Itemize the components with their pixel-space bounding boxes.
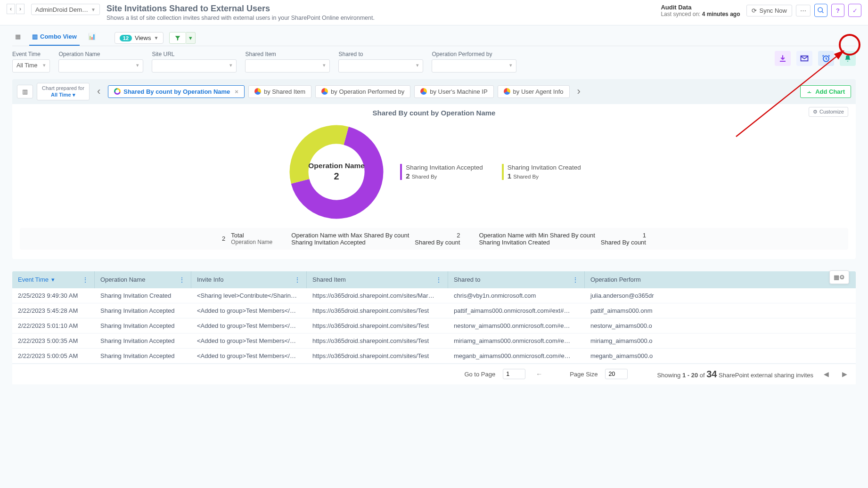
pie-chart-icon xyxy=(420,88,427,95)
mail-icon xyxy=(800,55,809,62)
table-settings-button[interactable]: ▦⚙ xyxy=(829,270,849,284)
svg-point-0 xyxy=(818,8,822,12)
table-cell: Sharing Invitation Accepted xyxy=(95,349,191,363)
search-button[interactable] xyxy=(814,4,827,17)
table-row[interactable]: 2/22/2023 5:45:28 AMSharing Invitation A… xyxy=(12,303,856,318)
email-button[interactable] xyxy=(796,51,812,66)
download-button[interactable] xyxy=(775,51,791,66)
column-menu-icon[interactable]: ⋮ xyxy=(572,276,579,284)
alert-button[interactable] xyxy=(840,51,856,66)
combo-icon: ▥ xyxy=(32,33,38,40)
schedule-button[interactable] xyxy=(818,51,834,66)
tabs-scroll-right[interactable]: › xyxy=(573,85,584,98)
table-cell: 2/22/2023 5:00:35 AM xyxy=(12,333,95,348)
chart-type-button[interactable]: ▥ xyxy=(17,85,33,98)
header-actions: ⟳ Sync Now ⋯ ? ✓ xyxy=(746,4,861,17)
table-body: 2/25/2023 9:49:30 AMSharing Invitation C… xyxy=(12,288,856,364)
chart-tab-shared-item[interactable]: by Shared Item xyxy=(248,85,311,98)
donut-center-label: Operation Name 2 xyxy=(287,122,386,221)
operation-name-select[interactable] xyxy=(58,59,143,73)
close-icon[interactable]: × xyxy=(235,88,238,95)
column-menu-icon[interactable]: ⋮ xyxy=(294,276,301,284)
tenant-dropdown[interactable]: AdminDroid Dem… ▼ xyxy=(31,4,100,15)
sync-now-button[interactable]: ⟳ Sync Now xyxy=(746,5,792,16)
sort-desc-icon: ▾ xyxy=(51,276,55,283)
filter-label: Operation Name xyxy=(58,51,143,57)
table-row[interactable]: 2/22/2023 5:01:10 AMSharing Invitation A… xyxy=(12,318,856,333)
filter-shared-item: Shared Item xyxy=(245,51,330,73)
column-event-time[interactable]: Event Time ▾ ⋮ xyxy=(12,271,95,288)
table-cell: <Sharing level>Contribute</Sharin… xyxy=(191,288,307,303)
filter-label: Operation Performed by xyxy=(432,51,516,57)
table-cell: <Added to group>Test Members</… xyxy=(191,303,307,318)
table-row[interactable]: 2/25/2023 9:49:30 AMSharing Invitation C… xyxy=(12,288,856,303)
table-cell: https://o365droid.sharepoint.com/sites/T… xyxy=(307,318,448,333)
table-cell: pattif_aimams000.onm xyxy=(585,303,856,318)
goto-page-go[interactable]: ← xyxy=(533,370,545,378)
sheet-view-tab[interactable]: ▦ xyxy=(12,30,24,46)
funnel-icon xyxy=(174,35,181,41)
stat-max-link[interactable]: Sharing Invitation Accepted xyxy=(291,239,409,246)
help-button[interactable]: ? xyxy=(831,4,844,17)
table-cell: <Added to group>Test Members</… xyxy=(191,349,307,363)
views-dropdown[interactable]: 12 Views ▼ xyxy=(115,32,164,44)
filter-dropdown-button[interactable]: ▾ xyxy=(186,32,196,44)
stat-min: Operation Name with Min Shared By count … xyxy=(479,232,646,246)
next-page-button[interactable]: ▶ xyxy=(839,370,850,378)
chart-only-tab[interactable]: 📊 xyxy=(85,30,98,46)
verify-button[interactable]: ✓ xyxy=(848,4,861,17)
stat-min-link[interactable]: Sharing Invitation Created xyxy=(479,239,595,246)
bar-chart-icon: ▥ xyxy=(22,88,28,95)
table-cell: nestorw_aimams000.onmicrosoft.com#e… xyxy=(448,318,585,333)
filter-label: Event Time xyxy=(12,51,50,57)
table-cell: meganb_aimams000.onmicrosoft.com#e… xyxy=(448,349,585,363)
more-button[interactable]: ⋯ xyxy=(796,5,811,16)
add-chart-button[interactable]: ⫠ Add Chart xyxy=(800,85,851,98)
chart-tab-user-agent[interactable]: by User Agent Info xyxy=(498,85,570,98)
check-badge-icon: ✓ xyxy=(852,7,858,14)
chart-tab-machine-ip[interactable]: by User's Machine IP xyxy=(414,85,493,98)
filter-operation-name: Operation Name xyxy=(58,51,143,73)
filter-button[interactable] xyxy=(169,32,186,44)
chart-tab-operation-name[interactable]: Shared By count by Operation Name × xyxy=(108,85,245,98)
page-size-input[interactable] xyxy=(605,369,628,379)
table-cell: miriamg_aimams000.o xyxy=(585,333,856,348)
column-menu-icon[interactable]: ⋮ xyxy=(82,276,89,284)
table-row[interactable]: 2/22/2023 5:00:05 AMSharing Invitation A… xyxy=(12,349,856,364)
customize-button[interactable]: ⚙ Customize xyxy=(809,107,848,117)
page-title-block: Site Invitations Shared to External User… xyxy=(106,4,655,21)
tabs-scroll-left[interactable]: ‹ xyxy=(93,85,104,98)
prev-page-button[interactable]: ◀ xyxy=(821,370,832,378)
table-cell: Sharing Invitation Accepted xyxy=(95,303,191,318)
chart-tabs: ▥ Chart prepared for All Time ▾ ‹ Shared… xyxy=(12,79,856,104)
event-time-select[interactable]: All Time xyxy=(12,59,50,73)
legend-item-created: Sharing Invitation Created 1 Shared By xyxy=(502,164,581,180)
column-menu-icon[interactable]: ⋮ xyxy=(435,276,442,284)
column-shared-item[interactable]: Shared Item⋮ xyxy=(307,271,448,288)
site-url-select[interactable] xyxy=(152,59,237,73)
combo-view-tab[interactable]: ▥ Combo View xyxy=(29,30,80,46)
nav-forward-button[interactable]: › xyxy=(16,4,25,14)
filter-row: Event Time All Time Operation Name Site … xyxy=(12,51,856,73)
column-invite-info[interactable]: Invite Info⋮ xyxy=(191,271,307,288)
column-performed-by[interactable]: Operation Perform xyxy=(585,271,856,288)
svg-line-1 xyxy=(822,11,823,13)
performed-by-select[interactable] xyxy=(432,59,516,73)
shared-to-select[interactable] xyxy=(338,59,423,73)
table-cell: <Added to group>Test Members</… xyxy=(191,333,307,348)
chart-title: Shared By count by Operation Name xyxy=(20,109,848,117)
column-menu-icon[interactable]: ⋮ xyxy=(179,276,185,284)
table-cell: https://o365droid.sharepoint.com/sites/T… xyxy=(307,333,448,348)
action-icons xyxy=(775,51,856,66)
chart-tab-performed-by[interactable]: by Operation Performed by xyxy=(315,85,410,98)
column-shared-to[interactable]: Shared to⋮ xyxy=(448,271,585,288)
search-icon xyxy=(817,7,825,14)
table-row[interactable]: 2/22/2023 5:00:35 AMSharing Invitation A… xyxy=(12,333,856,349)
chart-prepared-for[interactable]: Chart prepared for All Time ▾ xyxy=(37,83,90,100)
nav-back-button[interactable]: ‹ xyxy=(7,4,15,14)
sheet-icon: ▦ xyxy=(15,33,21,40)
shared-item-select[interactable] xyxy=(245,59,330,73)
table-cell: Sharing Invitation Created xyxy=(95,288,191,303)
column-operation-name[interactable]: Operation Name⋮ xyxy=(95,271,191,288)
goto-page-input[interactable] xyxy=(503,369,525,379)
